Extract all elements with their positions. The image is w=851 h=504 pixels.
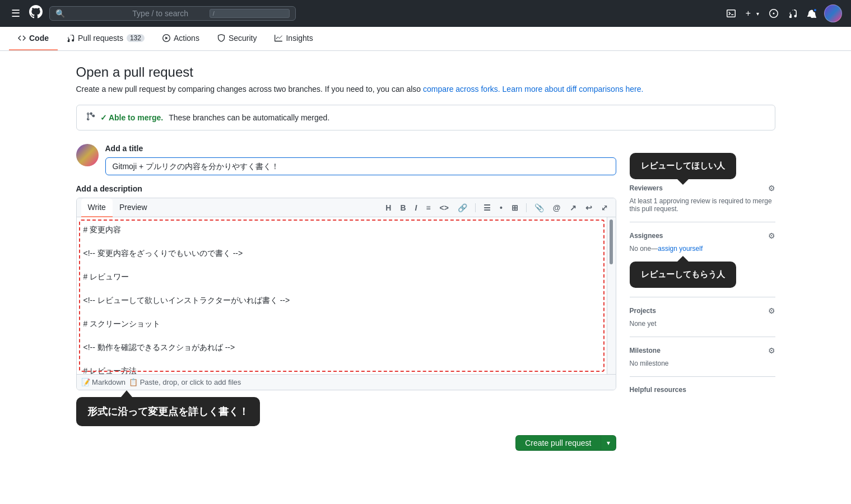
desc-label: Add a description — [76, 184, 616, 193]
github-logo[interactable] — [29, 5, 43, 22]
toolbar-sep2 — [526, 203, 527, 212]
toolbar-link[interactable]: 🔗 — [454, 202, 471, 214]
reviewer-callout-wrapper: レビューしてほしい人 — [630, 153, 775, 184]
toolbar-sep1 — [475, 203, 476, 212]
assignees-header: Assignees ⚙ — [630, 231, 775, 240]
user-avatar-small — [76, 144, 99, 166]
toolbar-code[interactable]: <> — [436, 202, 452, 214]
toolbar-mention[interactable]: @ — [550, 202, 564, 214]
tab-write[interactable]: Write — [81, 198, 113, 217]
toolbar-unordered-list[interactable]: • — [496, 202, 506, 214]
notification-dot — [813, 8, 817, 12]
merge-status-description: These branches can be automatically merg… — [169, 113, 329, 122]
scrollbar-thumb[interactable] — [610, 220, 613, 264]
diff-comparison-link[interactable]: Learn more about diff comparisons here. — [503, 85, 644, 94]
issues-button[interactable] — [767, 7, 780, 20]
merge-status-label: ✓ Able to merge. — [100, 113, 164, 122]
merge-icon — [86, 112, 95, 123]
toolbar-task-list[interactable]: ⊞ — [508, 202, 522, 214]
search-icon: 🔍 — [55, 9, 129, 18]
merge-status-bar: ✓ Able to merge. These branches can be a… — [76, 105, 775, 130]
page-title: Open a pull request — [76, 64, 775, 80]
toolbar-italic[interactable]: I — [412, 202, 421, 214]
projects-title: Projects — [630, 307, 656, 315]
toolbar-reference[interactable]: ↗ — [566, 202, 580, 214]
pullrequest-button[interactable] — [786, 7, 799, 20]
pr-form: Add a title Add a description Write Prev… — [76, 144, 775, 451]
nav-right: + ▾ — [724, 4, 842, 22]
nav-code[interactable]: Code — [9, 27, 58, 50]
sidebar-assignees: Assignees ⚙ No one—assign yourself レビューし… — [630, 222, 775, 297]
editor-tabs: Write Preview H B I ≡ <> 🔗 ☰ • ⊞ — [77, 198, 616, 217]
compare-forks-link[interactable]: compare across forks. — [423, 85, 500, 94]
toolbar-expand[interactable]: ⤢ — [598, 202, 611, 214]
milestone-title: Milestone — [630, 347, 661, 354]
milestone-gear[interactable]: ⚙ — [768, 346, 775, 355]
description-editor: Write Preview H B I ≡ <> 🔗 ☰ • ⊞ — [76, 198, 616, 390]
pr-title-row: Add a title — [76, 144, 616, 175]
callout-reviewers: レビューしてほしい人 — [630, 153, 736, 179]
pr-badge: 132 — [127, 34, 145, 42]
milestone-header: Milestone ⚙ — [630, 346, 775, 355]
description-textarea[interactable]: # 変更内容 <!-- 変更内容をざっくりでもいいので書く --> # レビュワ… — [77, 217, 616, 374]
nav-pullrequests[interactable]: Pull requests 132 — [58, 27, 154, 50]
create-pr-dropdown[interactable]: ▾ — [601, 435, 616, 451]
tab-preview[interactable]: Preview — [113, 198, 154, 217]
projects-value: None yet — [630, 320, 775, 328]
callout-bottom: 形式に沿って変更点を詳しく書く！ — [76, 397, 260, 426]
hamburger-menu[interactable]: ☰ — [9, 5, 22, 22]
pr-form-main: Add a title Add a description Write Prev… — [76, 144, 616, 451]
reviewers-title: Reviewers — [630, 184, 663, 192]
editor-scrollbar[interactable] — [607, 217, 616, 374]
new-menu[interactable]: + ▾ — [743, 6, 761, 21]
toolbar-attach[interactable]: 📎 — [531, 202, 547, 214]
user-avatar[interactable] — [824, 4, 842, 22]
callout-assignees: レビューしてもらう人 — [630, 262, 736, 288]
title-input[interactable] — [105, 157, 616, 175]
top-navigation: ☰ 🔍 Type / to search / + ▾ — [0, 0, 851, 27]
terminal-button[interactable] — [724, 7, 738, 20]
create-pr-row: Create pull request ▾ — [76, 435, 616, 451]
plus-button[interactable]: + — [743, 6, 753, 21]
toolbar-bold[interactable]: B — [397, 202, 409, 214]
assignees-title: Assignees — [630, 232, 663, 240]
page-description: Create a new pull request by comparing c… — [76, 85, 775, 94]
reviewers-gear[interactable]: ⚙ — [768, 184, 775, 193]
editor-toolbar: H B I ≡ <> 🔗 ☰ • ⊞ 📎 @ ↗ ↩ — [382, 198, 611, 217]
nav-insights-label: Insights — [286, 34, 313, 43]
search-kbd: / — [210, 9, 290, 18]
main-content: Open a pull request Create a new pull re… — [67, 51, 784, 464]
create-pr-button[interactable]: Create pull request — [515, 435, 600, 451]
toolbar-ordered-list[interactable]: ☰ — [480, 202, 494, 214]
nav-code-label: Code — [29, 34, 49, 43]
reviewers-text: At least 1 approving review is required … — [630, 197, 775, 213]
pr-title-form: Add a title — [105, 144, 616, 175]
title-label: Add a title — [105, 144, 616, 153]
sidebar-milestone: Milestone ⚙ No milestone — [630, 337, 775, 377]
assignees-gear[interactable]: ⚙ — [768, 231, 775, 240]
desc-text: Create a new pull request by comparing c… — [76, 85, 423, 94]
sidebar-reviewers: レビューしてほしい人 Reviewers ⚙ At least 1 approv… — [630, 144, 775, 222]
pr-sidebar: レビューしてほしい人 Reviewers ⚙ At least 1 approv… — [630, 144, 775, 451]
search-bar[interactable]: 🔍 Type / to search / — [49, 6, 296, 21]
helpful-title: Helpful resources — [630, 386, 775, 394]
assignees-value: No one—assign yourself — [630, 245, 775, 253]
toolbar-undo[interactable]: ↩ — [582, 202, 596, 214]
nav-security-label: Security — [229, 34, 257, 43]
nav-actions[interactable]: Actions — [154, 27, 208, 50]
desc-editor-wrapper: # 変更内容 <!-- 変更内容をざっくりでもいいので書く --> # レビュワ… — [77, 217, 616, 374]
nav-insights[interactable]: Insights — [266, 27, 322, 50]
projects-gear[interactable]: ⚙ — [768, 306, 775, 315]
paste-files[interactable]: 📋 Paste, drop, or click to add files — [129, 378, 241, 386]
plus-dropdown[interactable]: ▾ — [754, 8, 761, 19]
nav-pr-label: Pull requests — [78, 34, 123, 43]
projects-header: Projects ⚙ — [630, 306, 775, 315]
repo-navigation: Code Pull requests 132 Actions Security … — [0, 27, 851, 51]
notifications[interactable] — [805, 7, 819, 20]
nav-security[interactable]: Security — [208, 27, 266, 50]
markdown-help[interactable]: 📝 Markdown — [81, 378, 126, 386]
toolbar-heading[interactable]: H — [382, 202, 394, 214]
assign-yourself-link[interactable]: assign yourself — [658, 245, 703, 253]
toolbar-quote[interactable]: ≡ — [422, 202, 434, 214]
reviewers-header: Reviewers ⚙ — [630, 184, 775, 193]
